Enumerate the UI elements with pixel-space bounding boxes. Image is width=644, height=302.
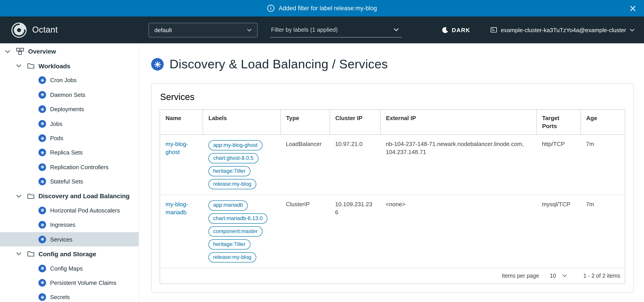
column-header-cluster-ip: Cluster IP	[330, 110, 380, 135]
chevron-down-icon	[630, 28, 634, 31]
horizontal-pod-autoscalers-icon	[38, 207, 46, 214]
service-type: ClusterIP	[280, 195, 330, 268]
sidebar-item-services[interactable]: Services	[0, 232, 139, 247]
sidebar-group-config-and-storage[interactable]: Config and Storage	[0, 247, 139, 261]
moon-icon	[442, 26, 448, 33]
services-card: Services Name Labels Type Clust	[151, 83, 634, 293]
secrets-icon	[38, 294, 46, 301]
sidebar-item-jobs[interactable]: Jobs	[0, 117, 139, 131]
page-size-select[interactable]: 10	[550, 273, 567, 279]
replication-controllers-icon	[38, 163, 46, 171]
table-header-row: Name Labels Type Cluster IP External IP …	[160, 110, 625, 135]
services-icon	[38, 236, 46, 243]
service-target-ports: http/TCP	[536, 135, 580, 195]
sidebar-group-label: Workloads	[38, 62, 70, 69]
service-external-ip: nb-104-237-148-71.newark.nodebalancer.li…	[380, 135, 536, 195]
label-badge[interactable]: release:my-blog	[208, 179, 256, 189]
label-badge[interactable]: app:my-blog-ghost	[208, 140, 262, 150]
cluster-context-select[interactable]: example-cluster-ka3TuTzYo4a@example-clus…	[490, 26, 634, 33]
chevron-down-icon[interactable]	[16, 194, 22, 197]
column-header-type: Type	[280, 110, 330, 135]
service-external-ip: <none>	[380, 195, 536, 268]
sidebar-item-secrets[interactable]: Secrets	[0, 290, 139, 302]
column-header-target-ports: Target Ports	[536, 110, 580, 135]
sidebar-group-workloads[interactable]: Workloads	[0, 59, 139, 73]
sidebar-item-stateful-sets[interactable]: Stateful Sets	[0, 174, 139, 189]
label-filter-text: Filter by labels (1 applied)	[271, 26, 338, 33]
table-row: my-blog-ghost app:my-blog-ghost chart:gh…	[160, 135, 625, 195]
label-stack: app:mariadb chart:mariadb-6.13.0 compone…	[208, 200, 275, 263]
service-name-link[interactable]: my-blog-mariadb	[166, 201, 188, 216]
column-header-age: Age	[581, 110, 625, 135]
column-header-labels: Labels	[203, 110, 280, 135]
sidebar-item-deployments[interactable]: Deployments	[0, 102, 139, 117]
app-title: Octant	[32, 25, 58, 35]
chevron-down-icon[interactable]	[5, 50, 10, 53]
sidebar-item-label: Horizontal Pod Autoscalers	[50, 207, 120, 214]
sidebar-item-replication-controllers[interactable]: Replication Controllers	[0, 160, 139, 174]
namespace-select-value: default	[154, 26, 172, 33]
dark-theme-toggle[interactable]: DARK	[439, 26, 473, 34]
dark-theme-label: DARK	[452, 26, 470, 33]
folder-icon	[27, 251, 34, 257]
items-per-page-label: Items per page	[502, 273, 539, 279]
sidebar-item-config-maps[interactable]: Config Maps	[0, 261, 139, 276]
sidebar-item-persistent-volume-claims[interactable]: Persistent Volume Claims	[0, 276, 139, 290]
datagrid-footer: Items per page 10 1 - 2 of 2 items	[160, 268, 625, 284]
label-badge[interactable]: chart:mariadb-6.13.0	[208, 213, 268, 223]
service-age: 7m	[581, 195, 625, 268]
chevron-down-icon	[562, 274, 567, 278]
discovery-load-balancing-icon	[151, 58, 164, 71]
cluster-icon	[490, 26, 497, 33]
sidebar-item-ingresses[interactable]: Ingresses	[0, 218, 139, 232]
sidebar-item-label: Replication Controllers	[50, 164, 109, 170]
sidebar-item-daemon-sets[interactable]: Daemon Sets	[0, 88, 139, 102]
sidebar-item-label: Daemon Sets	[50, 92, 86, 98]
config-maps-icon	[38, 265, 46, 272]
sidebar-item-label: Persistent Volume Claims	[50, 280, 116, 286]
close-icon[interactable]	[628, 3, 638, 13]
sidebar-item-label: Secrets	[50, 294, 70, 301]
app-header: Octant default Filter by labels (1 appli…	[0, 16, 644, 43]
sidebar-item-label: Config Maps	[50, 265, 83, 272]
label-badge[interactable]: release:my-blog	[208, 252, 256, 263]
service-name-link[interactable]: my-blog-ghost	[166, 141, 188, 155]
services-table: Name Labels Type Cluster IP External IP …	[160, 110, 625, 268]
sidebar-item-overview[interactable]: Overview	[0, 44, 139, 59]
deployments-icon	[38, 106, 46, 113]
pods-icon	[38, 134, 46, 142]
namespace-select[interactable]: default	[148, 22, 258, 37]
sidebar-item-label: Stateful Sets	[50, 178, 83, 185]
sidebar-item-pods[interactable]: Pods	[0, 131, 139, 146]
daemon-sets-icon	[38, 91, 46, 99]
sidebar-group-discovery-load-balancing[interactable]: Discovery and Load Balancing	[0, 189, 139, 203]
chevron-down-icon	[394, 28, 399, 31]
label-badge[interactable]: heritage:Tiller	[208, 240, 250, 250]
label-badge[interactable]: app:mariadb	[208, 200, 248, 210]
chevron-down-icon[interactable]	[16, 64, 22, 67]
label-badge[interactable]: chart:ghost-8.0.5	[208, 153, 258, 163]
sidebar-item-label: Ingresses	[50, 222, 75, 228]
folder-icon	[27, 63, 34, 69]
sidebar-item-label: Pods	[50, 135, 63, 142]
sidebar-group-label: Discovery and Load Balancing	[38, 192, 130, 200]
sidebar-item-label: Services	[50, 236, 72, 243]
card-title: Services	[160, 92, 625, 102]
label-stack: app:my-blog-ghost chart:ghost-8.0.5 heri…	[208, 140, 275, 189]
folder-icon	[27, 193, 34, 199]
label-badge[interactable]: heritage:Tiller	[208, 166, 250, 176]
sidebar-item-cron-jobs[interactable]: Cron Jobs	[0, 73, 139, 88]
services-datagrid: Name Labels Type Cluster IP External IP …	[160, 109, 625, 284]
page-title-row: Discovery & Load Balancing / Services	[151, 57, 634, 71]
label-filter-select[interactable]: Filter by labels (1 applied)	[270, 22, 402, 37]
label-badge[interactable]: component:master	[208, 226, 262, 236]
stateful-sets-icon	[38, 178, 46, 185]
pagination-range: 1 - 2 of 2 items	[584, 273, 620, 279]
overview-icon	[16, 48, 24, 55]
sidebar-item-horizontal-pod-autoscalers[interactable]: Horizontal Pod Autoscalers	[0, 203, 139, 218]
info-icon	[267, 4, 274, 12]
service-cluster-ip: 10.97.21.0	[330, 135, 380, 195]
service-type: LoadBalancer	[280, 135, 330, 195]
chevron-down-icon[interactable]	[16, 252, 22, 255]
sidebar-item-replica-sets[interactable]: Replica Sets	[0, 145, 139, 160]
